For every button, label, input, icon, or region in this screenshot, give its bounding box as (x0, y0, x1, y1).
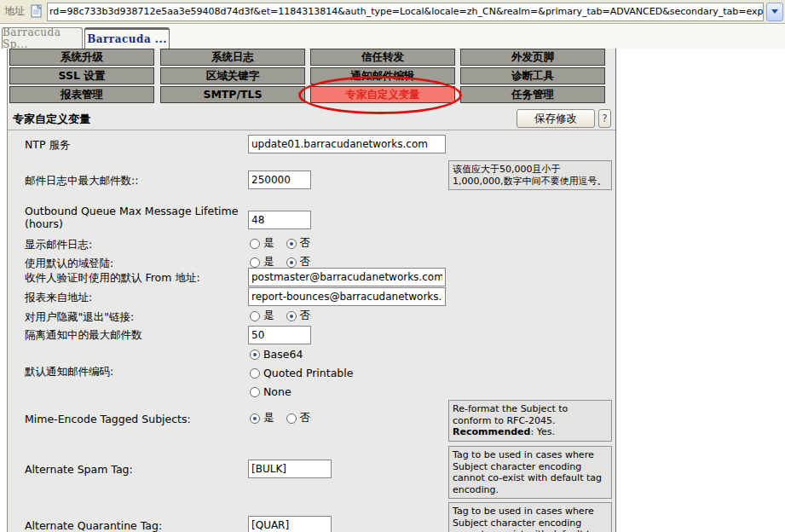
quartag-input[interactable] (248, 516, 332, 532)
encoding-radio-none[interactable] (250, 387, 260, 397)
radio-label-base64: Base64 (263, 348, 303, 361)
report-input[interactable] (248, 287, 446, 306)
from-label: 收件人验证时使用的默认 From 地址: (25, 271, 200, 284)
radio-label-yes: 是 (263, 236, 274, 251)
maxmsg-hint: 该值应大于50,000且小于 1,000,000,数字中间不要使用逗号。 (448, 160, 612, 190)
menu-item-ssl-settings[interactable]: SSL 设置 (9, 67, 154, 84)
mime-hint-tail: : Yes. (530, 426, 554, 437)
menu-item-report-management[interactable]: 报表管理 (9, 86, 154, 103)
showlog-radio-yes[interactable] (250, 239, 260, 249)
queue-input[interactable] (248, 211, 311, 229)
menu-item-smtp-tls[interactable]: SMTP/TLS (160, 86, 305, 103)
encoding-option-none: None (250, 385, 300, 398)
mime-hint: Re-format the Subject to conform to RFC-… (448, 400, 612, 442)
quartag-hint: Tag to be used in cases where Subject ch… (448, 502, 612, 532)
menu-item-system-upgrade[interactable]: 系统升级 (9, 49, 154, 66)
menu-item-outbound-footer[interactable]: 外发页脚 (460, 49, 605, 66)
menu-item-regional-keywords[interactable]: 区域关键字 (160, 67, 305, 84)
browser-tab-bar: Barracuda Sp... Barracuda ... (0, 24, 785, 49)
radio-label-no: 否 (300, 411, 311, 425)
page-title: 专家自定义变量 (13, 112, 90, 127)
menu-item-system-log[interactable]: 系统日志 (160, 49, 305, 66)
help-button[interactable]: ? (598, 109, 611, 128)
url-dropdown-button[interactable] (766, 3, 783, 21)
section-header: 专家自定义变量 保存修改 ? (8, 107, 616, 130)
hidelogout-radio-group: 是 否 (250, 309, 319, 322)
domlogin-radio-no[interactable] (286, 257, 297, 268)
menu-item-trusted-forwarding[interactable]: 信任转发 (310, 49, 455, 66)
queue-label: Outbound Queue Max Message Lifetime (hou… (25, 205, 245, 230)
browser-tab-barracuda-sp[interactable]: Barracuda Sp... (2, 27, 83, 49)
encoding-label: 默认通知邮件编码: (25, 365, 113, 378)
domlogin-radio-yes[interactable] (250, 257, 260, 268)
showlog-radio-no[interactable] (286, 239, 297, 249)
encoding-radio-quoted-printable[interactable] (250, 368, 260, 379)
quarmax-input[interactable] (248, 326, 311, 344)
report-label: 报表来自地址: (25, 291, 92, 304)
encoding-radio-base64[interactable] (250, 350, 260, 360)
radio-label-no: 否 (300, 309, 311, 323)
spamtag-label: Alternate Spam Tag: (25, 463, 133, 476)
maxmsg-label: 邮件日志中最大邮件数:: (25, 174, 138, 187)
mime-radio-yes[interactable] (250, 413, 260, 424)
spamtag-input[interactable] (248, 460, 332, 478)
mime-radio-no[interactable] (286, 413, 297, 424)
ntp-label: NTP 服务 (25, 138, 71, 151)
url-text: rd=98c733b3d938712e5aa3e59408d74d3f&et=1… (49, 6, 764, 17)
address-bar: 地址 rd=98c733b3d938712e5aa3e59408d74d3f&e… (0, 0, 785, 24)
hidelogout-radio-yes[interactable] (250, 311, 260, 321)
domlogin-label: 使用默认的域登陆: (25, 257, 113, 269)
spamtag-hint: Tag to be used in cases where Subject ch… (448, 446, 612, 499)
from-input[interactable] (248, 268, 446, 286)
showlog-label: 显示邮件日志: (25, 238, 92, 251)
page-icon (30, 4, 43, 19)
radio-label-yes: 是 (263, 309, 274, 323)
encoding-option-base64: Base64 (250, 348, 311, 361)
hidelogout-label: 对用户隐藏"退出"链接: (25, 310, 134, 323)
menu-item-notification-editor[interactable]: 通知邮件编辑 (310, 67, 455, 84)
radio-label-no: 否 (300, 236, 311, 251)
ntp-input[interactable] (248, 135, 446, 153)
domlogin-radio-group: 是 否 (250, 256, 319, 269)
address-label: 地址 (4, 4, 25, 19)
mime-hint-recommended: Recommended (453, 426, 530, 437)
mime-hint-text: Re-format the Subject to conform to RFC-… (453, 403, 568, 426)
chevron-down-icon (771, 9, 778, 14)
radio-label-none: None (263, 385, 291, 398)
radio-label-quoted-printable: Quoted Printable (263, 367, 353, 379)
quarmax-label: 隔离通知中的最大邮件数 (25, 328, 142, 341)
browser-window: 地址 rd=98c733b3d938712e5aa3e59408d74d3f&e… (0, 0, 785, 532)
maxmsg-input[interactable] (248, 171, 311, 189)
url-input[interactable]: rd=98c733b3d938712e5aa3e59408d74d3f&et=1… (47, 3, 764, 21)
save-button[interactable]: 保存修改 (517, 109, 595, 128)
menu-item-diagnostic-tools[interactable]: 诊断工具 (460, 67, 605, 84)
mime-radio-group: 是 否 (250, 412, 319, 425)
quartag-label: Alternate Quarantine Tag: (25, 519, 162, 532)
hidelogout-radio-no[interactable] (286, 311, 297, 321)
encoding-option-qp: Quoted Printable (250, 367, 361, 379)
showlog-radio-group: 是 否 (250, 237, 319, 250)
menu-item-task-management[interactable]: 任务管理 (460, 86, 605, 103)
browser-tab-barracuda-active[interactable]: Barracuda ... (84, 27, 170, 49)
radio-label-yes: 是 (263, 411, 274, 425)
app-body: 系统升级 系统日志 信任转发 外发页脚 SSL 设置 区域关键字 通知邮件编辑 … (7, 49, 616, 532)
mime-label: Mime-Encode Tagged Subjects: (25, 413, 191, 425)
menu-item-expert-variables[interactable]: 专家自定义变量 (310, 86, 455, 103)
